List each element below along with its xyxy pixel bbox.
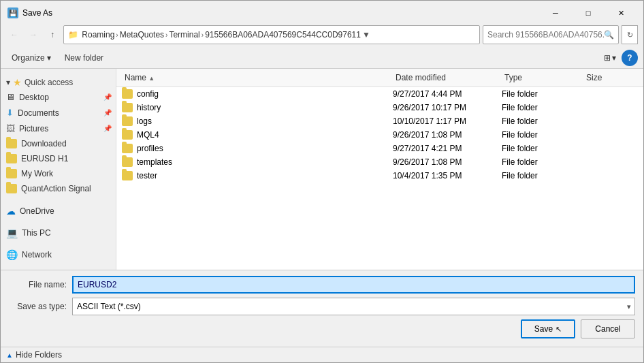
folder-icon: [122, 89, 133, 99]
col-name-label: Name: [125, 73, 146, 82]
col-type-label: Type: [504, 73, 522, 82]
savetype-select[interactable]: ASCII Text (*.csv) CSV (*.csv) Excel (*.…: [72, 298, 635, 315]
path-segment-roaming: 📁 Roaming: [68, 30, 114, 40]
up-button[interactable]: ↑: [44, 27, 61, 43]
savetype-row: Save as type: ASCII Text (*.csv) CSV (*.…: [9, 298, 635, 315]
folder-icon: [122, 130, 133, 140]
file-name-cell: history: [122, 103, 393, 112]
file-name-cell: logs: [122, 116, 393, 126]
sidebar-item-downloaded-label: Downloaded: [21, 139, 67, 148]
file-type: File folder: [502, 144, 583, 153]
table-row[interactable]: history 9/26/2017 10:17 PM File folder: [116, 101, 643, 114]
file-date: 10/10/2017 1:17 PM: [393, 116, 502, 126]
file-name-cell: tester: [122, 171, 393, 180]
col-header-name[interactable]: Name ▲: [122, 72, 393, 84]
quick-access-header[interactable]: ▾ ★ Quick access: [1, 73, 116, 89]
sidebar-item-desktop-label: Desktop: [19, 93, 49, 102]
folder-icon: [122, 144, 133, 153]
file-date: 9/26/2017 1:08 PM: [393, 130, 502, 140]
file-name: profiles: [137, 144, 163, 153]
back-button[interactable]: ←: [6, 27, 22, 43]
table-row[interactable]: profiles 9/27/2017 4:21 PM File folder: [116, 142, 643, 155]
sidebar-item-thispc[interactable]: 💻 This PC: [1, 225, 116, 241]
minimize-button[interactable]: ─: [540, 6, 571, 20]
new-folder-button[interactable]: New folder: [59, 50, 109, 66]
view-grid-icon: ⊞: [604, 53, 611, 63]
folder-icon-eurusd: [6, 154, 17, 163]
dialog-title: Save As: [22, 8, 540, 18]
refresh-button[interactable]: ↻: [622, 25, 638, 44]
file-date: 10/4/2017 1:35 PM: [393, 171, 502, 180]
sidebar-item-mywork[interactable]: My Work: [1, 166, 116, 181]
pin-icon: 📌: [103, 93, 112, 101]
pin-icon-pics: 📌: [103, 125, 112, 132]
file-type: File folder: [502, 89, 583, 99]
forward-button[interactable]: →: [25, 27, 42, 43]
sidebar-item-desktop[interactable]: 🖥 Desktop 📌: [1, 89, 116, 105]
file-name: tester: [137, 171, 157, 180]
sidebar-item-eurusd[interactable]: EURUSD H1: [1, 151, 116, 166]
path-folder-icon: 📁: [68, 30, 78, 40]
organize-button[interactable]: Organize ▾: [6, 50, 57, 66]
table-row[interactable]: logs 10/10/2017 1:17 PM File folder: [116, 114, 643, 128]
bottom-area: File name: Save as type: ASCII Text (*.c…: [1, 270, 643, 344]
hide-folders-row[interactable]: ▲ Hide Folders: [1, 347, 643, 362]
file-list-container[interactable]: Name ▲ Date modified Type Size config 9/…: [116, 69, 643, 270]
sidebar-item-network[interactable]: 🌐 Network: [1, 247, 116, 263]
cancel-button[interactable]: Cancel: [581, 319, 635, 338]
file-type: File folder: [502, 103, 583, 112]
save-button[interactable]: Save ↖: [521, 319, 575, 338]
filename-row: File name:: [9, 276, 635, 294]
folder-icon-mywork: [6, 169, 17, 178]
table-row[interactable]: tester 10/4/2017 1:35 PM File folder: [116, 169, 643, 183]
folder-icon: [122, 157, 133, 167]
sidebar-item-pictures[interactable]: 🖼 Pictures 📌: [1, 121, 116, 136]
quick-access-star-icon: ★: [13, 77, 22, 88]
col-header-date[interactable]: Date modified: [393, 72, 502, 84]
col-date-label: Date modified: [396, 73, 446, 82]
quick-access-label: Quick access: [25, 78, 73, 87]
sidebar-item-documents[interactable]: ⬇ Documents 📌: [1, 105, 116, 121]
address-bar: ← → ↑ 📁 Roaming › MetaQuotes › Terminal …: [1, 22, 643, 47]
table-row[interactable]: templates 9/26/2017 1:08 PM File folder: [116, 155, 643, 169]
file-name: logs: [137, 116, 152, 126]
sidebar-item-onedrive-label: OneDrive: [20, 206, 54, 216]
file-name-cell: config: [122, 89, 393, 99]
new-folder-label: New folder: [65, 53, 103, 63]
maximize-button[interactable]: □: [573, 6, 604, 20]
address-path[interactable]: 📁 Roaming › MetaQuotes › Terminal › 9155…: [63, 25, 480, 44]
dialog-icon: 💾: [7, 7, 18, 18]
folder-icon: [122, 116, 133, 126]
folder-icon: [122, 171, 133, 180]
file-rows-container: config 9/27/2017 4:44 PM File folder his…: [116, 87, 643, 183]
table-row[interactable]: config 9/27/2017 4:44 PM File folder: [116, 87, 643, 101]
file-date: 9/27/2017 4:21 PM: [393, 144, 502, 153]
file-list-header: Name ▲ Date modified Type Size: [116, 69, 643, 87]
network-icon: 🌐: [6, 249, 18, 260]
search-input[interactable]: [487, 30, 604, 40]
sidebar-item-downloaded[interactable]: Downloaded: [1, 136, 116, 151]
filename-input[interactable]: [72, 276, 635, 294]
file-type: File folder: [502, 171, 583, 180]
sidebar: ▾ ★ Quick access 🖥 Desktop 📌 ⬇ Documents…: [1, 69, 116, 270]
savetype-select-wrapper[interactable]: ASCII Text (*.csv) CSV (*.csv) Excel (*.…: [72, 298, 635, 315]
table-row[interactable]: MQL4 9/26/2017 1:08 PM File folder: [116, 128, 643, 142]
help-button[interactable]: ?: [622, 50, 638, 66]
file-name: config: [137, 89, 159, 99]
sidebar-item-quantaction[interactable]: QuantAction Signal: [1, 181, 116, 196]
organize-arrow: ▾: [47, 53, 51, 63]
col-size-label: Size: [586, 73, 602, 82]
cursor-indicator: ↖: [556, 325, 562, 334]
path-dropdown-arrow[interactable]: ▼: [362, 30, 370, 40]
main-content: ▾ ★ Quick access 🖥 Desktop 📌 ⬇ Documents…: [1, 69, 643, 270]
close-button[interactable]: ✕: [605, 6, 637, 20]
col-header-size[interactable]: Size: [583, 72, 638, 84]
search-box[interactable]: 🔍: [483, 25, 619, 44]
path-segment-metaquotes: MetaQuotes: [120, 30, 164, 40]
col-header-type[interactable]: Type: [502, 72, 583, 84]
sidebar-item-onedrive[interactable]: ☁ OneDrive: [1, 203, 116, 219]
file-name-cell: profiles: [122, 144, 393, 153]
sidebar-item-documents-label: Documents: [18, 108, 59, 118]
view-button[interactable]: ⊞ ▾: [601, 50, 619, 66]
file-name-cell: templates: [122, 157, 393, 167]
